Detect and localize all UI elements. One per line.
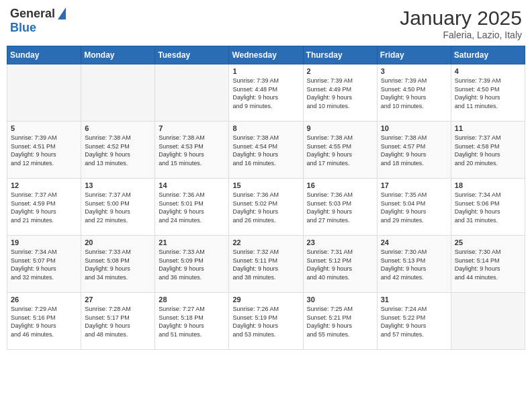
day-info: Sunrise: 7:29 AM Sunset: 5:16 PM Dayligh… bbox=[11, 305, 77, 338]
calendar-cell bbox=[451, 293, 525, 350]
day-info: Sunrise: 7:38 AM Sunset: 4:57 PM Dayligh… bbox=[381, 134, 447, 167]
day-number: 1 bbox=[232, 67, 299, 75]
day-info: Sunrise: 7:36 AM Sunset: 5:01 PM Dayligh… bbox=[159, 191, 225, 224]
day-number: 9 bbox=[307, 124, 373, 132]
calendar-week-1: 1Sunrise: 7:39 AM Sunset: 4:48 PM Daylig… bbox=[7, 64, 525, 122]
calendar-cell: 19Sunrise: 7:34 AM Sunset: 5:07 PM Dayli… bbox=[7, 236, 81, 293]
day-number: 29 bbox=[232, 295, 299, 304]
calendar-cell: 29Sunrise: 7:26 AM Sunset: 5:19 PM Dayli… bbox=[229, 293, 303, 350]
weekday-header-tuesday: Tuesday bbox=[155, 46, 229, 64]
day-info: Sunrise: 7:37 AM Sunset: 5:00 PM Dayligh… bbox=[85, 191, 151, 224]
day-number: 20 bbox=[85, 238, 151, 246]
day-number: 6 bbox=[85, 124, 151, 132]
day-number: 14 bbox=[159, 181, 225, 189]
day-info: Sunrise: 7:27 AM Sunset: 5:18 PM Dayligh… bbox=[159, 305, 225, 338]
calendar-cell: 23Sunrise: 7:31 AM Sunset: 5:12 PM Dayli… bbox=[303, 236, 377, 293]
day-number: 18 bbox=[455, 181, 521, 189]
calendar-cell: 9Sunrise: 7:38 AM Sunset: 4:55 PM Daylig… bbox=[303, 122, 377, 179]
day-number: 24 bbox=[381, 238, 447, 246]
weekday-header-friday: Friday bbox=[377, 46, 451, 64]
calendar-cell: 18Sunrise: 7:34 AM Sunset: 5:06 PM Dayli… bbox=[451, 179, 525, 236]
calendar-week-2: 5Sunrise: 7:39 AM Sunset: 4:51 PM Daylig… bbox=[7, 122, 525, 179]
calendar-cell: 1Sunrise: 7:39 AM Sunset: 4:48 PM Daylig… bbox=[229, 64, 303, 122]
day-info: Sunrise: 7:39 AM Sunset: 4:49 PM Dayligh… bbox=[307, 77, 373, 110]
calendar-cell bbox=[7, 64, 81, 122]
calendar-cell bbox=[81, 64, 155, 122]
calendar-cell: 2Sunrise: 7:39 AM Sunset: 4:49 PM Daylig… bbox=[303, 64, 377, 122]
day-info: Sunrise: 7:37 AM Sunset: 4:58 PM Dayligh… bbox=[455, 134, 521, 167]
day-number: 15 bbox=[232, 181, 299, 189]
day-info: Sunrise: 7:34 AM Sunset: 5:07 PM Dayligh… bbox=[11, 248, 77, 281]
calendar-cell: 14Sunrise: 7:36 AM Sunset: 5:01 PM Dayli… bbox=[155, 179, 229, 236]
day-info: Sunrise: 7:26 AM Sunset: 5:19 PM Dayligh… bbox=[232, 305, 299, 338]
day-info: Sunrise: 7:37 AM Sunset: 4:59 PM Dayligh… bbox=[11, 191, 77, 224]
day-number: 11 bbox=[455, 124, 521, 132]
calendar-week-4: 19Sunrise: 7:34 AM Sunset: 5:07 PM Dayli… bbox=[7, 236, 525, 293]
calendar-cell: 24Sunrise: 7:30 AM Sunset: 5:13 PM Dayli… bbox=[377, 236, 451, 293]
day-info: Sunrise: 7:39 AM Sunset: 4:51 PM Dayligh… bbox=[11, 134, 77, 167]
calendar-cell: 20Sunrise: 7:33 AM Sunset: 5:08 PM Dayli… bbox=[81, 236, 155, 293]
calendar-cell: 13Sunrise: 7:37 AM Sunset: 5:00 PM Dayli… bbox=[81, 179, 155, 236]
weekday-header-wednesday: Wednesday bbox=[229, 46, 303, 64]
calendar-cell: 5Sunrise: 7:39 AM Sunset: 4:51 PM Daylig… bbox=[7, 122, 81, 179]
calendar-cell: 12Sunrise: 7:37 AM Sunset: 4:59 PM Dayli… bbox=[7, 179, 81, 236]
calendar-cell: 8Sunrise: 7:38 AM Sunset: 4:54 PM Daylig… bbox=[229, 122, 303, 179]
day-info: Sunrise: 7:34 AM Sunset: 5:06 PM Dayligh… bbox=[455, 191, 521, 224]
calendar-cell: 16Sunrise: 7:36 AM Sunset: 5:03 PM Dayli… bbox=[303, 179, 377, 236]
day-info: Sunrise: 7:25 AM Sunset: 5:21 PM Dayligh… bbox=[307, 305, 373, 338]
day-number: 31 bbox=[381, 295, 447, 304]
day-number: 17 bbox=[381, 181, 447, 189]
calendar-cell: 31Sunrise: 7:24 AM Sunset: 5:22 PM Dayli… bbox=[377, 293, 451, 350]
day-number: 4 bbox=[455, 67, 521, 75]
day-info: Sunrise: 7:38 AM Sunset: 4:52 PM Dayligh… bbox=[85, 134, 151, 167]
calendar-cell bbox=[155, 64, 229, 122]
day-number: 27 bbox=[85, 295, 151, 304]
day-info: Sunrise: 7:38 AM Sunset: 4:55 PM Dayligh… bbox=[307, 134, 373, 167]
calendar-cell: 11Sunrise: 7:37 AM Sunset: 4:58 PM Dayli… bbox=[451, 122, 525, 179]
day-info: Sunrise: 7:32 AM Sunset: 5:11 PM Dayligh… bbox=[232, 248, 299, 281]
day-number: 25 bbox=[455, 238, 521, 246]
calendar-cell: 3Sunrise: 7:39 AM Sunset: 4:50 PM Daylig… bbox=[377, 64, 451, 122]
day-info: Sunrise: 7:33 AM Sunset: 5:09 PM Dayligh… bbox=[159, 248, 225, 281]
weekday-header-sunday: Sunday bbox=[7, 46, 81, 64]
day-info: Sunrise: 7:35 AM Sunset: 5:04 PM Dayligh… bbox=[381, 191, 447, 224]
calendar-cell: 26Sunrise: 7:29 AM Sunset: 5:16 PM Dayli… bbox=[7, 293, 81, 350]
calendar-cell: 7Sunrise: 7:38 AM Sunset: 4:53 PM Daylig… bbox=[155, 122, 229, 179]
calendar-cell: 27Sunrise: 7:28 AM Sunset: 5:17 PM Dayli… bbox=[81, 293, 155, 350]
day-number: 3 bbox=[381, 67, 447, 75]
calendar-cell: 4Sunrise: 7:39 AM Sunset: 4:50 PM Daylig… bbox=[451, 64, 525, 122]
day-number: 26 bbox=[11, 295, 77, 304]
day-info: Sunrise: 7:31 AM Sunset: 5:12 PM Dayligh… bbox=[307, 248, 373, 281]
day-info: Sunrise: 7:39 AM Sunset: 4:50 PM Dayligh… bbox=[381, 77, 447, 110]
day-number: 23 bbox=[307, 238, 373, 246]
calendar-cell: 10Sunrise: 7:38 AM Sunset: 4:57 PM Dayli… bbox=[377, 122, 451, 179]
day-info: Sunrise: 7:28 AM Sunset: 5:17 PM Dayligh… bbox=[85, 305, 151, 338]
day-info: Sunrise: 7:39 AM Sunset: 4:50 PM Dayligh… bbox=[455, 77, 521, 110]
page-header: General Blue January 2025 Faleria, Lazio… bbox=[7, 7, 525, 40]
weekday-header-saturday: Saturday bbox=[451, 46, 525, 64]
day-info: Sunrise: 7:39 AM Sunset: 4:48 PM Dayligh… bbox=[232, 77, 299, 110]
day-info: Sunrise: 7:33 AM Sunset: 5:08 PM Dayligh… bbox=[85, 248, 151, 281]
day-info: Sunrise: 7:38 AM Sunset: 4:54 PM Dayligh… bbox=[232, 134, 299, 167]
day-number: 8 bbox=[232, 124, 299, 132]
day-number: 21 bbox=[159, 238, 225, 246]
day-info: Sunrise: 7:36 AM Sunset: 5:02 PM Dayligh… bbox=[232, 191, 299, 224]
calendar-cell: 21Sunrise: 7:33 AM Sunset: 5:09 PM Dayli… bbox=[155, 236, 229, 293]
logo-general-text: General bbox=[10, 7, 55, 21]
day-number: 13 bbox=[85, 181, 151, 189]
logo-triangle-icon bbox=[58, 7, 66, 19]
day-number: 2 bbox=[307, 67, 373, 75]
calendar-cell: 25Sunrise: 7:30 AM Sunset: 5:14 PM Dayli… bbox=[451, 236, 525, 293]
day-info: Sunrise: 7:36 AM Sunset: 5:03 PM Dayligh… bbox=[307, 191, 373, 224]
day-info: Sunrise: 7:30 AM Sunset: 5:13 PM Dayligh… bbox=[381, 248, 447, 281]
day-number: 19 bbox=[11, 238, 77, 246]
calendar-cell: 30Sunrise: 7:25 AM Sunset: 5:21 PM Dayli… bbox=[303, 293, 377, 350]
day-number: 30 bbox=[307, 295, 373, 304]
calendar-cell: 6Sunrise: 7:38 AM Sunset: 4:52 PM Daylig… bbox=[81, 122, 155, 179]
logo: General Blue bbox=[10, 7, 66, 35]
calendar-cell: 17Sunrise: 7:35 AM Sunset: 5:04 PM Dayli… bbox=[377, 179, 451, 236]
weekday-header-thursday: Thursday bbox=[303, 46, 377, 64]
day-number: 5 bbox=[11, 124, 77, 132]
day-info: Sunrise: 7:30 AM Sunset: 5:14 PM Dayligh… bbox=[455, 248, 521, 281]
calendar-week-3: 12Sunrise: 7:37 AM Sunset: 4:59 PM Dayli… bbox=[7, 179, 525, 236]
